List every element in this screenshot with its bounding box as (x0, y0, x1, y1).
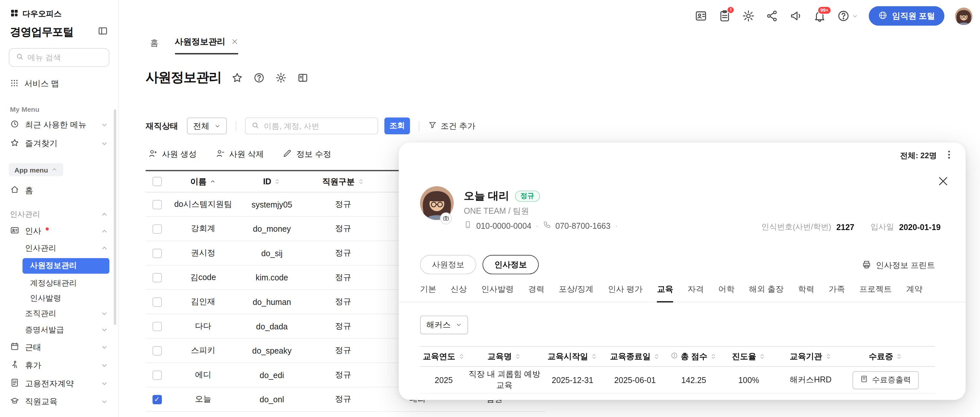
column-edu-start[interactable]: 교육시작일 (541, 351, 604, 362)
column-id[interactable]: ID (238, 177, 305, 186)
column-edu-name[interactable]: 교육명 (468, 351, 541, 362)
menu-search[interactable] (9, 48, 110, 67)
sidebar-item-hr-appointment[interactable]: 인사발령 (0, 291, 118, 306)
column-progress[interactable]: 진도율 (721, 351, 776, 362)
panel-tab[interactable]: 계약 (906, 284, 923, 302)
page-layout-icon[interactable] (297, 72, 309, 83)
notification-bell-icon[interactable]: 99+ (813, 10, 826, 22)
id-card-icon[interactable] (695, 10, 708, 22)
sidebar-item-service-map[interactable]: 서비스 맵 (0, 75, 118, 93)
favorite-star-icon[interactable] (231, 72, 243, 83)
cell-id: kim.code (238, 273, 305, 282)
column-edu-year[interactable]: 교육연도 (420, 351, 468, 362)
sidebar-scrollbar[interactable] (114, 110, 116, 325)
cell-edu-start: 2025-12-31 (541, 375, 604, 385)
chevron-down-icon (101, 140, 108, 147)
panel-tab-active[interactable]: 교육 (657, 284, 673, 302)
create-employee-button[interactable]: 사원 생성 (148, 149, 196, 160)
row-checkbox[interactable] (152, 200, 162, 209)
announcement-icon[interactable] (790, 10, 803, 22)
total-count: 전체: 22명 (900, 151, 937, 161)
course-filter-select[interactable]: 해커스 (420, 316, 468, 334)
sidebar-item-home[interactable]: 홈 (0, 181, 118, 200)
approval-icon[interactable]: ! (719, 10, 732, 22)
panel-tab[interactable]: 신상 (451, 284, 467, 302)
sidebar-item-recent[interactable]: 최근 사용한 메뉴 (0, 116, 118, 134)
search-button[interactable]: 조회 (384, 117, 410, 134)
sidebar-item-org-mgmt[interactable]: 조직관리 (0, 306, 118, 322)
row-checkbox[interactable] (152, 322, 162, 331)
panel-tab[interactable]: 프로젝트 (859, 284, 892, 302)
app-menu-toggle[interactable]: App menu (9, 163, 63, 176)
column-certificate[interactable]: 수료증 (845, 351, 926, 362)
page-help-icon[interactable] (253, 72, 265, 83)
panel-tab[interactable]: 해외 출장 (749, 284, 784, 302)
column-label: ID (263, 177, 271, 186)
pill-employee-info[interactable]: 사원정보 (420, 255, 476, 274)
column-type[interactable]: 직원구분 (305, 176, 380, 187)
cell-type: 정규 (305, 345, 380, 356)
print-button[interactable]: 인사정보 프린트 (862, 260, 935, 271)
sidebar-item-insa[interactable]: 인사 (0, 223, 118, 240)
org-chart-icon[interactable] (766, 10, 779, 22)
panel-tab[interactable]: 자격 (688, 284, 704, 302)
tab-emp-info[interactable]: 사원정보관리 (175, 36, 238, 54)
sidebar-item-leave[interactable]: 휴가 (0, 356, 118, 374)
panel-tab[interactable]: 포상/징계 (558, 284, 593, 302)
employee-search[interactable] (245, 117, 378, 134)
column-name[interactable]: 이름 (168, 176, 238, 187)
select-all-checkbox[interactable] (152, 177, 162, 186)
row-checkbox[interactable] (152, 224, 162, 233)
panel-tab[interactable]: 기본 (420, 284, 436, 302)
row-checkbox[interactable] (152, 297, 162, 307)
education-row[interactable]: 2025 직장 내 괴롭힘 예방 교육 2025-12-31 2025-06-0… (420, 367, 935, 393)
row-checkbox[interactable] (152, 273, 162, 282)
tab-home[interactable]: 홈 (150, 38, 159, 54)
employment-status-select[interactable]: 전체 (187, 117, 227, 134)
column-edu-end[interactable]: 교육종료일 (604, 351, 666, 362)
sidebar-item-insa-mgmt[interactable]: 인사관리 (0, 240, 118, 256)
employee-search-input[interactable] (264, 122, 372, 131)
panel-tab[interactable]: 가족 (829, 284, 845, 302)
kebab-menu-icon[interactable] (944, 150, 955, 160)
sidebar-item-training[interactable]: 직원교육 (0, 393, 118, 411)
edit-info-button[interactable]: 정보 수정 (283, 149, 331, 160)
delete-employee-button[interactable]: 사원 삭제 (215, 149, 264, 160)
pill-hr-info[interactable]: 인사정보 (482, 255, 539, 274)
camera-icon[interactable] (440, 212, 452, 224)
sidebar-section-hr[interactable]: 인사관리 (0, 206, 118, 223)
page-title: 사원정보관리 (145, 68, 221, 86)
row-checkbox[interactable] (152, 395, 162, 404)
sort-icon (458, 353, 465, 360)
sidebar-item-attendance[interactable]: 근태 (0, 338, 118, 356)
row-checkbox[interactable] (152, 248, 162, 258)
sidebar-item-e-contract[interactable]: 고용전자계약 (0, 374, 118, 392)
panel-tab[interactable]: 경력 (528, 284, 544, 302)
panel-tab[interactable]: 인사발령 (481, 284, 514, 302)
sidebar-item-emp-info-selected[interactable]: 사원정보관리 (22, 258, 110, 274)
column-edu-org[interactable]: 교육기관 (776, 351, 845, 362)
panel-tab[interactable]: 어학 (718, 284, 735, 302)
portal-button[interactable]: 임직원 포털 (869, 6, 944, 25)
close-icon[interactable] (937, 175, 949, 187)
add-condition-button[interactable]: 조건 추가 (428, 120, 476, 131)
row-checkbox[interactable] (152, 346, 162, 355)
sidebar-item-label: 계정상태관리 (30, 278, 77, 288)
sidebar-item-account-status[interactable]: 계정상태관리 (0, 275, 118, 291)
cell-id: do_dada (238, 322, 305, 331)
sidebar-item-label: 인사발령 (30, 293, 62, 304)
column-total-score[interactable]: 총 점수 (666, 351, 721, 362)
page-settings-icon[interactable] (275, 72, 287, 83)
panel-tab[interactable]: 학력 (798, 284, 814, 302)
sidebar-item-favorites[interactable]: 즐겨찾기 (0, 134, 118, 153)
panel-tab[interactable]: 인사 평가 (608, 284, 643, 302)
row-checkbox[interactable] (152, 370, 162, 380)
sidebar-item-cert-issue[interactable]: 증명서발급 (0, 322, 118, 338)
help-icon[interactable] (837, 10, 858, 22)
user-avatar[interactable] (955, 7, 973, 25)
menu-search-input[interactable] (27, 53, 102, 62)
cert-print-button[interactable]: 수료증출력 (853, 371, 918, 389)
sidebar-collapse-icon[interactable] (97, 25, 108, 38)
tab-close-icon[interactable] (231, 37, 238, 47)
settings-icon[interactable] (742, 10, 755, 22)
